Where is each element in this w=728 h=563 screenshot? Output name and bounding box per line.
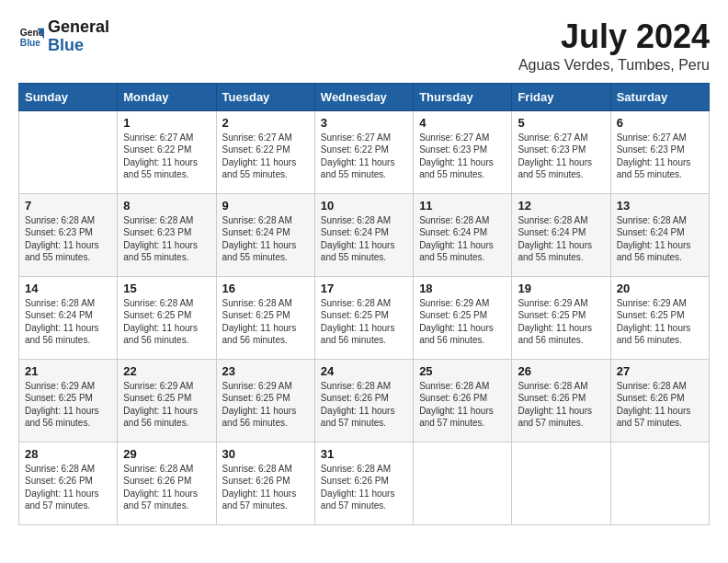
title-area: July 2024 Aguas Verdes, Tumbes, Peru [518, 18, 710, 74]
day-number: 10 [321, 199, 407, 213]
day-info: Sunrise: 6:29 AM Sunset: 6:25 PM Dayligh… [123, 380, 210, 430]
calendar-cell: 27Sunrise: 6:28 AM Sunset: 6:26 PM Dayli… [610, 359, 709, 442]
day-info: Sunrise: 6:28 AM Sunset: 6:24 PM Dayligh… [25, 297, 111, 347]
calendar-cell: 18Sunrise: 6:29 AM Sunset: 6:25 PM Dayli… [414, 276, 512, 359]
calendar-header-row: Sunday Monday Tuesday Wednesday Thursday… [19, 83, 710, 110]
day-info: Sunrise: 6:29 AM Sunset: 6:25 PM Dayligh… [617, 297, 703, 347]
calendar-cell: 24Sunrise: 6:28 AM Sunset: 6:26 PM Dayli… [314, 359, 413, 442]
calendar-cell: 30Sunrise: 6:28 AM Sunset: 6:26 PM Dayli… [216, 442, 314, 524]
day-number: 18 [419, 282, 506, 295]
col-sunday: Sunday [19, 83, 118, 110]
day-number: 3 [321, 116, 407, 130]
day-info: Sunrise: 6:28 AM Sunset: 6:25 PM Dayligh… [222, 297, 309, 347]
calendar-cell: 8Sunrise: 6:28 AM Sunset: 6:23 PM Daylig… [118, 193, 216, 276]
day-number: 16 [222, 282, 309, 295]
col-saturday: Saturday [610, 83, 709, 110]
calendar-cell: 17Sunrise: 6:28 AM Sunset: 6:25 PM Dayli… [314, 276, 413, 359]
day-info: Sunrise: 6:28 AM Sunset: 6:24 PM Dayligh… [321, 214, 407, 264]
day-info: Sunrise: 6:28 AM Sunset: 6:26 PM Dayligh… [617, 380, 703, 430]
day-number: 30 [222, 447, 309, 461]
day-info: Sunrise: 6:27 AM Sunset: 6:22 PM Dayligh… [123, 132, 210, 181]
day-number: 20 [617, 282, 703, 295]
col-wednesday: Wednesday [314, 83, 413, 110]
day-info: Sunrise: 6:28 AM Sunset: 6:26 PM Dayligh… [123, 463, 210, 512]
day-info: Sunrise: 6:28 AM Sunset: 6:26 PM Dayligh… [321, 380, 407, 430]
day-number: 6 [617, 116, 703, 130]
calendar-cell: 7Sunrise: 6:28 AM Sunset: 6:23 PM Daylig… [19, 193, 118, 276]
day-info: Sunrise: 6:28 AM Sunset: 6:26 PM Dayligh… [518, 380, 604, 430]
calendar-cell: 31Sunrise: 6:28 AM Sunset: 6:26 PM Dayli… [314, 442, 413, 524]
col-thursday: Thursday [414, 83, 512, 110]
calendar-cell: 9Sunrise: 6:28 AM Sunset: 6:24 PM Daylig… [216, 193, 314, 276]
day-number: 5 [518, 116, 604, 130]
day-number: 26 [518, 364, 604, 378]
calendar-cell [414, 442, 512, 524]
calendar-week-4: 21Sunrise: 6:29 AM Sunset: 6:25 PM Dayli… [19, 359, 710, 442]
day-info: Sunrise: 6:28 AM Sunset: 6:24 PM Dayligh… [518, 214, 604, 264]
logo-blue-text: Blue [48, 37, 109, 55]
day-number: 31 [321, 447, 407, 461]
col-monday: Monday [118, 83, 216, 110]
day-info: Sunrise: 6:28 AM Sunset: 6:24 PM Dayligh… [222, 214, 309, 264]
day-number: 25 [419, 364, 506, 378]
calendar-cell: 23Sunrise: 6:29 AM Sunset: 6:25 PM Dayli… [216, 359, 314, 442]
calendar-cell: 16Sunrise: 6:28 AM Sunset: 6:25 PM Dayli… [216, 276, 314, 359]
day-info: Sunrise: 6:29 AM Sunset: 6:25 PM Dayligh… [518, 297, 604, 347]
day-number: 24 [321, 364, 407, 378]
calendar-week-5: 28Sunrise: 6:28 AM Sunset: 6:26 PM Dayli… [19, 442, 710, 524]
day-number: 9 [222, 199, 309, 213]
day-number: 17 [321, 282, 407, 295]
calendar-week-2: 7Sunrise: 6:28 AM Sunset: 6:23 PM Daylig… [19, 193, 710, 276]
day-number: 7 [25, 199, 111, 213]
calendar-cell: 20Sunrise: 6:29 AM Sunset: 6:25 PM Dayli… [610, 276, 709, 359]
day-number: 21 [25, 364, 111, 378]
location-title: Aguas Verdes, Tumbes, Peru [518, 57, 710, 74]
day-info: Sunrise: 6:27 AM Sunset: 6:22 PM Dayligh… [321, 132, 407, 181]
day-info: Sunrise: 6:27 AM Sunset: 6:22 PM Dayligh… [222, 132, 309, 181]
day-info: Sunrise: 6:27 AM Sunset: 6:23 PM Dayligh… [617, 132, 703, 181]
logo: General Blue General Blue [18, 18, 109, 55]
calendar-cell: 25Sunrise: 6:28 AM Sunset: 6:26 PM Dayli… [414, 359, 512, 442]
day-info: Sunrise: 6:28 AM Sunset: 6:26 PM Dayligh… [419, 380, 506, 430]
day-info: Sunrise: 6:29 AM Sunset: 6:25 PM Dayligh… [25, 380, 111, 430]
day-info: Sunrise: 6:28 AM Sunset: 6:26 PM Dayligh… [25, 463, 111, 512]
day-info: Sunrise: 6:27 AM Sunset: 6:23 PM Dayligh… [419, 132, 506, 181]
day-info: Sunrise: 6:28 AM Sunset: 6:23 PM Dayligh… [123, 214, 210, 264]
day-number: 13 [617, 199, 703, 213]
calendar-cell [610, 442, 709, 524]
calendar-cell: 15Sunrise: 6:28 AM Sunset: 6:25 PM Dayli… [118, 276, 216, 359]
day-number: 12 [518, 199, 604, 213]
calendar-cell: 4Sunrise: 6:27 AM Sunset: 6:23 PM Daylig… [414, 110, 512, 193]
calendar-week-1: 1Sunrise: 6:27 AM Sunset: 6:22 PM Daylig… [19, 110, 710, 193]
col-friday: Friday [512, 83, 610, 110]
calendar-cell: 13Sunrise: 6:28 AM Sunset: 6:24 PM Dayli… [610, 193, 709, 276]
day-info: Sunrise: 6:28 AM Sunset: 6:25 PM Dayligh… [123, 297, 210, 347]
calendar-cell: 5Sunrise: 6:27 AM Sunset: 6:23 PM Daylig… [512, 110, 610, 193]
calendar-cell: 1Sunrise: 6:27 AM Sunset: 6:22 PM Daylig… [118, 110, 216, 193]
calendar-cell: 22Sunrise: 6:29 AM Sunset: 6:25 PM Dayli… [118, 359, 216, 442]
day-number: 1 [123, 116, 210, 130]
calendar-cell: 29Sunrise: 6:28 AM Sunset: 6:26 PM Dayli… [118, 442, 216, 524]
calendar-cell: 10Sunrise: 6:28 AM Sunset: 6:24 PM Dayli… [314, 193, 413, 276]
day-info: Sunrise: 6:28 AM Sunset: 6:26 PM Dayligh… [321, 463, 407, 512]
day-info: Sunrise: 6:29 AM Sunset: 6:25 PM Dayligh… [222, 380, 309, 430]
calendar-cell: 21Sunrise: 6:29 AM Sunset: 6:25 PM Dayli… [19, 359, 118, 442]
day-number: 11 [419, 199, 506, 213]
day-number: 27 [617, 364, 703, 378]
calendar-cell [19, 110, 118, 193]
day-number: 2 [222, 116, 309, 130]
day-number: 15 [123, 282, 210, 295]
calendar-table: Sunday Monday Tuesday Wednesday Thursday… [18, 83, 710, 525]
col-tuesday: Tuesday [216, 83, 314, 110]
calendar-cell [512, 442, 610, 524]
day-info: Sunrise: 6:27 AM Sunset: 6:23 PM Dayligh… [518, 132, 604, 181]
day-info: Sunrise: 6:28 AM Sunset: 6:23 PM Dayligh… [25, 214, 111, 264]
month-title: July 2024 [518, 18, 710, 55]
day-info: Sunrise: 6:29 AM Sunset: 6:25 PM Dayligh… [419, 297, 506, 347]
calendar-week-3: 14Sunrise: 6:28 AM Sunset: 6:24 PM Dayli… [19, 276, 710, 359]
day-number: 4 [419, 116, 506, 130]
day-number: 8 [123, 199, 210, 213]
day-info: Sunrise: 6:28 AM Sunset: 6:25 PM Dayligh… [321, 297, 407, 347]
day-number: 22 [123, 364, 210, 378]
day-number: 19 [518, 282, 604, 295]
